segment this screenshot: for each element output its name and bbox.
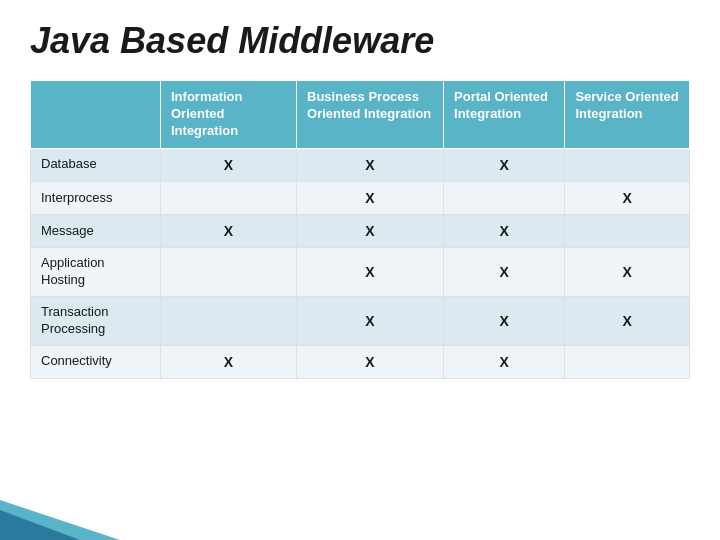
row-database-service	[565, 148, 690, 181]
row-label-interprocess: Interprocess	[31, 181, 161, 214]
col-header-business: Business Process Oriented Integration	[297, 81, 444, 149]
row-transaction-info	[161, 297, 297, 346]
row-database-portal: X	[444, 148, 565, 181]
row-apphosting-business: X	[297, 248, 444, 297]
row-interprocess-portal	[444, 181, 565, 214]
row-transaction-service: X	[565, 297, 690, 346]
table-row: Interprocess X X	[31, 181, 690, 214]
col-header-empty	[31, 81, 161, 149]
row-database-business: X	[297, 148, 444, 181]
page-container: Java Based Middleware Information Orient…	[0, 0, 720, 540]
row-apphosting-service: X	[565, 248, 690, 297]
row-interprocess-info	[161, 181, 297, 214]
row-interprocess-service: X	[565, 181, 690, 214]
row-message-portal: X	[444, 215, 565, 248]
row-connectivity-portal: X	[444, 345, 565, 378]
row-interprocess-business: X	[297, 181, 444, 214]
row-label-apphosting: Application Hosting	[31, 248, 161, 297]
row-label-database: Database	[31, 148, 161, 181]
row-transaction-business: X	[297, 297, 444, 346]
row-label-message: Message	[31, 215, 161, 248]
col-header-info: Information Oriented Integration	[161, 81, 297, 149]
table-row: Connectivity X X X	[31, 345, 690, 378]
row-label-transaction: Transaction Processing	[31, 297, 161, 346]
row-transaction-portal: X	[444, 297, 565, 346]
row-message-service	[565, 215, 690, 248]
row-apphosting-info	[161, 248, 297, 297]
table-row: Transaction Processing X X X	[31, 297, 690, 346]
table-row: Message X X X	[31, 215, 690, 248]
table-wrapper: Information Oriented Integration Busines…	[30, 80, 690, 379]
row-message-business: X	[297, 215, 444, 248]
middleware-table: Information Oriented Integration Busines…	[30, 80, 690, 379]
col-header-portal: Portal Oriented Integration	[444, 81, 565, 149]
row-message-info: X	[161, 215, 297, 248]
row-database-info: X	[161, 148, 297, 181]
table-row: Application Hosting X X X	[31, 248, 690, 297]
row-connectivity-service	[565, 345, 690, 378]
row-connectivity-business: X	[297, 345, 444, 378]
row-connectivity-info: X	[161, 345, 297, 378]
row-apphosting-portal: X	[444, 248, 565, 297]
col-header-service: Service Oriented Integration	[565, 81, 690, 149]
row-label-connectivity: Connectivity	[31, 345, 161, 378]
table-row: Database X X X	[31, 148, 690, 181]
page-title: Java Based Middleware	[30, 20, 690, 62]
